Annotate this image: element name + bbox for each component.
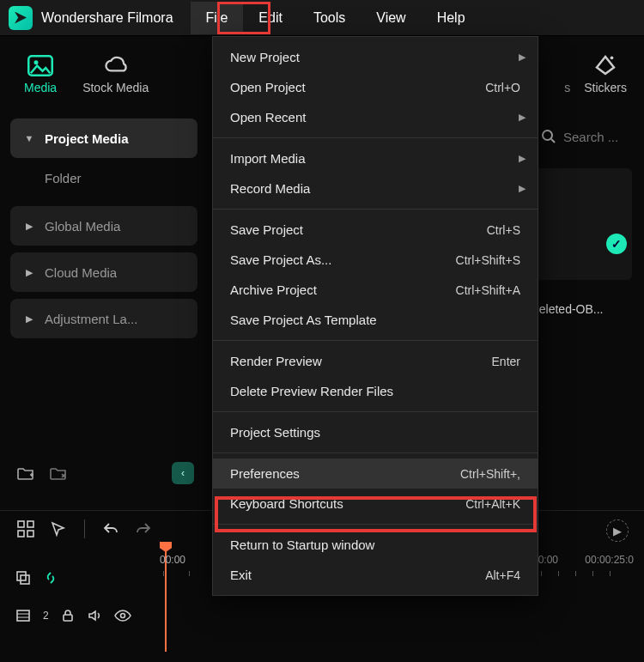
menu-file[interactable]: File bbox=[191, 2, 244, 34]
menu-import-media[interactable]: Import Media▶ bbox=[213, 143, 538, 173]
menu-item-label: Render Preview bbox=[230, 354, 322, 368]
search-area bbox=[541, 129, 632, 144]
eye-icon[interactable] bbox=[114, 610, 131, 622]
menu-item-label: Import Media bbox=[230, 151, 306, 166]
layers-icon[interactable] bbox=[15, 570, 31, 586]
cloud-icon bbox=[103, 55, 129, 76]
sidebar-item-label: Cloud Media bbox=[45, 265, 117, 280]
separator bbox=[84, 519, 85, 538]
collapse-sidebar-button[interactable]: ‹ bbox=[172, 462, 194, 484]
tab-stickers[interactable]: Stickers bbox=[572, 52, 632, 101]
timeline-settings-icon[interactable]: ▶ bbox=[606, 519, 629, 542]
timeline-track-header: 2 bbox=[0, 597, 644, 635]
search-input[interactable] bbox=[563, 130, 632, 144]
grid-icon[interactable] bbox=[17, 520, 34, 537]
sidebar-footer-icons: ‹ bbox=[17, 462, 194, 484]
svg-rect-7 bbox=[27, 531, 33, 537]
menu-edit[interactable]: Edit bbox=[243, 2, 298, 34]
cursor-icon[interactable] bbox=[50, 520, 67, 537]
tab-label: Media bbox=[24, 81, 57, 94]
menu-open-recent[interactable]: Open Recent▶ bbox=[213, 102, 538, 132]
film-icon[interactable] bbox=[15, 608, 31, 623]
svg-rect-4 bbox=[18, 521, 24, 527]
chevron-right-icon: ▶ bbox=[22, 313, 36, 325]
delete-folder-icon[interactable] bbox=[50, 465, 67, 481]
file-menu-dropdown: New Project▶ Open ProjectCtrl+O Open Rec… bbox=[212, 36, 538, 596]
submenu-arrow-icon: ▶ bbox=[519, 183, 526, 194]
menu-project-settings[interactable]: Project Settings bbox=[213, 417, 538, 447]
menu-keyboard-shortcuts[interactable]: Keyboard ShortcutsCtrl+Alt+K bbox=[213, 489, 538, 519]
menu-exit[interactable]: ExitAlt+F4 bbox=[213, 560, 538, 590]
menu-open-project[interactable]: Open ProjectCtrl+O bbox=[213, 72, 538, 102]
svg-point-1 bbox=[34, 60, 39, 64]
menu-record-media[interactable]: Record Media▶ bbox=[213, 173, 538, 203]
menu-view[interactable]: View bbox=[361, 2, 421, 34]
menu-item-label: Save Project As... bbox=[230, 252, 331, 267]
chevron-right-icon: ▶ bbox=[22, 221, 36, 232]
lock-icon[interactable] bbox=[61, 609, 75, 623]
submenu-arrow-icon: ▶ bbox=[519, 112, 526, 123]
menu-item-label: Delete Preview Render Files bbox=[230, 384, 393, 398]
menu-separator bbox=[213, 209, 538, 210]
redo-icon[interactable] bbox=[135, 520, 152, 537]
menu-separator bbox=[213, 452, 538, 453]
tab-media[interactable]: Media bbox=[12, 52, 69, 101]
title-bar: Wondershare Filmora File Edit Tools View… bbox=[0, 0, 644, 36]
menu-separator bbox=[213, 524, 538, 525]
sidebar-item-adjustment-layer[interactable]: ▶ Adjustment La... bbox=[10, 299, 197, 338]
menu-render-preview[interactable]: Render PreviewEnter bbox=[213, 346, 538, 376]
menu-item-label: Project Settings bbox=[230, 425, 320, 440]
app-title: Wondershare Filmora bbox=[41, 10, 173, 26]
menu-separator bbox=[213, 340, 538, 341]
tab-label: Stock Media bbox=[82, 81, 149, 94]
tab-label: Stickers bbox=[584, 81, 627, 94]
media-thumbnail[interactable]: ✓ bbox=[532, 168, 632, 280]
menu-item-label: New Project bbox=[230, 50, 300, 64]
svg-rect-9 bbox=[21, 575, 29, 584]
menu-save-project-as[interactable]: Save Project As...Ctrl+Shift+S bbox=[213, 245, 538, 275]
menu-separator bbox=[213, 137, 538, 138]
menu-item-label: Exit bbox=[230, 568, 252, 582]
svg-point-12 bbox=[120, 614, 125, 618]
sidebar-folder[interactable]: Folder bbox=[10, 165, 197, 191]
menu-item-shortcut: Alt+F4 bbox=[485, 568, 520, 582]
menu-item-label: Return to Startup window bbox=[230, 537, 374, 552]
sidebar-item-project-media[interactable]: ▼ Project Media bbox=[10, 118, 197, 158]
menu-new-project[interactable]: New Project▶ bbox=[213, 42, 538, 72]
sidebar-item-global-media[interactable]: ▶ Global Media bbox=[10, 206, 197, 246]
menu-item-label: Record Media bbox=[230, 181, 310, 196]
thumbnail-label: deleted-OB... bbox=[532, 302, 632, 316]
sidebar-item-cloud-media[interactable]: ▶ Cloud Media bbox=[10, 252, 197, 292]
volume-icon[interactable] bbox=[87, 608, 102, 623]
submenu-arrow-icon: ▶ bbox=[519, 153, 526, 164]
link-icon[interactable] bbox=[43, 570, 58, 586]
menu-item-label: Save Project bbox=[230, 222, 303, 237]
svg-rect-6 bbox=[18, 531, 24, 537]
menu-bar: File Edit Tools View Help bbox=[191, 2, 481, 34]
new-folder-icon[interactable] bbox=[17, 465, 34, 481]
library-sidebar: ▼ Project Media Folder ▶ Global Media ▶ … bbox=[10, 118, 197, 345]
search-icon[interactable] bbox=[541, 129, 556, 144]
menu-preferences[interactable]: PreferencesCtrl+Shift+, bbox=[213, 459, 538, 489]
menu-item-shortcut: Enter bbox=[492, 355, 520, 368]
menu-help[interactable]: Help bbox=[422, 2, 481, 34]
menu-item-label: Save Project As Template bbox=[230, 313, 377, 327]
undo-icon[interactable] bbox=[102, 520, 119, 537]
app-logo-icon bbox=[9, 6, 33, 30]
menu-item-label: Open Project bbox=[230, 80, 306, 94]
sidebar-item-label: Adjustment La... bbox=[45, 312, 137, 326]
menu-return-startup[interactable]: Return to Startup window bbox=[213, 530, 538, 560]
menu-item-label: Open Recent bbox=[230, 110, 306, 125]
tab-cutoff-text: s bbox=[564, 81, 570, 101]
menu-save-as-template[interactable]: Save Project As Template bbox=[213, 305, 538, 335]
menu-archive-project[interactable]: Archive ProjectCtrl+Shift+A bbox=[213, 275, 538, 305]
menu-save-project[interactable]: Save ProjectCtrl+S bbox=[213, 215, 538, 245]
tab-stock-media[interactable]: Stock Media bbox=[70, 52, 161, 101]
svg-rect-10 bbox=[17, 610, 29, 621]
menu-item-label: Keyboard Shortcuts bbox=[230, 496, 343, 511]
svg-rect-11 bbox=[64, 615, 72, 621]
menu-tools[interactable]: Tools bbox=[298, 2, 361, 34]
menu-delete-render-files[interactable]: Delete Preview Render Files bbox=[213, 376, 538, 406]
chevron-down-icon: ▼ bbox=[22, 133, 36, 143]
menu-item-shortcut: Ctrl+Shift+, bbox=[460, 467, 520, 481]
